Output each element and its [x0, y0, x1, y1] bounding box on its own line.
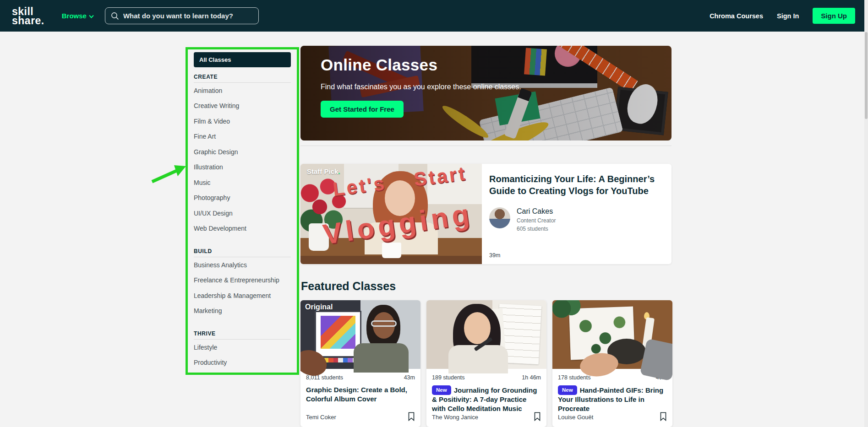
- hero-subtitle: Find what fascinates you as you explore …: [321, 83, 521, 91]
- hero-content: Online Classes Find what fascinates you …: [321, 56, 521, 118]
- sidebar-item-leadership-management[interactable]: Leadership & Management: [194, 288, 291, 303]
- bookmark-icon: [660, 412, 667, 421]
- class-card-hand-painted-gifs[interactable]: 178 students 40m NewHand-Painted GIFs: B…: [552, 300, 672, 427]
- search-icon: [111, 12, 119, 20]
- create-list: Animation Creative Writing Film & Video …: [194, 83, 291, 236]
- thrive-list: Lifestyle Productivity: [194, 340, 291, 370]
- logo-line-bottom: share.: [12, 16, 44, 25]
- search-box[interactable]: [105, 7, 259, 24]
- bookmark-button[interactable]: [408, 412, 415, 422]
- bookmark-icon: [408, 412, 415, 421]
- featured-classes-heading: Featured Classes: [301, 280, 396, 293]
- author-avatar[interactable]: [489, 207, 510, 228]
- thumb-person-shirt: [354, 343, 409, 373]
- bookmark-button[interactable]: [660, 412, 667, 422]
- sidebar-item-freelance-entrepreneurship[interactable]: Freelance & Entrepreneurship: [194, 273, 291, 288]
- sidebar-item-music[interactable]: Music: [194, 175, 291, 190]
- card-duration: 1h 46m: [522, 374, 541, 381]
- section-divider: [300, 146, 671, 146]
- hero-banner: Online Classes Find what fascinates you …: [300, 46, 671, 141]
- thumb-mug: [382, 243, 401, 258]
- sidebar-item-all-classes[interactable]: All Classes: [194, 52, 291, 67]
- topbar-right-nav: Chroma Courses Sign In Sign Up: [710, 8, 868, 24]
- green-annotation-box: All Classes CREATE Animation Creative Wr…: [186, 47, 299, 375]
- class-thumbnail[interactable]: Original: [300, 300, 420, 369]
- sign-up-button[interactable]: Sign Up: [813, 8, 855, 24]
- sidebar-item-business-analytics[interactable]: Business Analytics: [194, 257, 291, 273]
- chroma-courses-link[interactable]: Chroma Courses: [710, 12, 763, 20]
- sidebar-item-film-video[interactable]: Film & Video: [194, 114, 291, 129]
- sidebar-item-illustration[interactable]: Illustration: [194, 160, 291, 175]
- class-duration: 39m: [489, 252, 500, 259]
- card-author[interactable]: Louise Gouët: [558, 414, 593, 421]
- new-badge: New: [432, 385, 451, 395]
- card-author[interactable]: The Wong Janice: [432, 414, 478, 421]
- sidebar-item-web-development[interactable]: Web Development: [194, 221, 291, 237]
- bookmark-button[interactable]: [534, 412, 541, 422]
- staff-pick-video-thumbnail[interactable]: Let's Start Vlogging Staff Pick.: [300, 164, 482, 264]
- class-thumbnail[interactable]: [552, 300, 672, 369]
- sidebar-item-creative-writing[interactable]: Creative Writing: [194, 98, 291, 114]
- top-navigation-bar: skill share. Browse Chroma Courses Sign …: [0, 0, 868, 32]
- staff-pick-author-block: Cari Cakes Content Creator 605 students: [489, 207, 661, 232]
- card-title[interactable]: NewHand-Painted GIFs: Bring Your Illustr…: [552, 381, 672, 413]
- hero-title: Online Classes: [321, 56, 521, 74]
- class-card-graphic-design[interactable]: Original 8,011 students 43m Graphic Desi…: [300, 300, 420, 427]
- sidebar-section-build: BUILD: [194, 248, 291, 257]
- card-title[interactable]: Graphic Design: Create a Bold, Colorful …: [300, 381, 420, 404]
- author-text-block: Cari Cakes Content Creator 605 students: [517, 207, 556, 232]
- bookmark-icon: [534, 412, 541, 421]
- sidebar-item-animation[interactable]: Animation: [194, 83, 291, 98]
- author-students-count: 605 students: [517, 226, 556, 232]
- page-main: All Classes CREATE Animation Creative Wr…: [0, 32, 868, 427]
- all-classes-label: All Classes: [199, 56, 231, 63]
- card-title[interactable]: NewJournaling for Grounding & Positivity…: [426, 381, 546, 413]
- card-footer: The Wong Janice: [426, 412, 546, 422]
- thumb-plant: [552, 300, 581, 321]
- sidebar-item-lifestyle[interactable]: Lifestyle: [194, 340, 291, 355]
- thumb-person-glasses: [371, 320, 397, 327]
- staff-pick-card: Let's Start Vlogging Staff Pick. Romanti…: [300, 164, 671, 264]
- card-students-count: 178 students: [558, 374, 591, 381]
- get-started-button[interactable]: Get Started for Free: [321, 101, 404, 118]
- class-card-journaling[interactable]: 189 students 1h 46m NewJournaling for Gr…: [426, 300, 546, 427]
- sign-in-link[interactable]: Sign In: [777, 12, 799, 20]
- sidebar-item-ui-ux-design[interactable]: UI/UX Design: [194, 205, 291, 221]
- card-title-text: Graphic Design: Create a Bold, Colorful …: [306, 386, 407, 403]
- thumb-album-art: [321, 316, 355, 349]
- author-role: Content Creator: [517, 217, 556, 224]
- sidebar-section-create: CREATE: [194, 74, 291, 83]
- scrollbar-thumb[interactable]: [865, 32, 868, 119]
- sidebar-item-productivity[interactable]: Productivity: [194, 355, 291, 371]
- card-footer: Temi Coker: [300, 412, 420, 422]
- staff-pick-info: Romanticizing Your Life: A Beginner’s Gu…: [482, 164, 671, 264]
- card-duration: 43m: [404, 374, 415, 381]
- class-thumbnail[interactable]: [426, 300, 546, 369]
- card-author[interactable]: Temi Coker: [306, 414, 336, 421]
- sidebar-item-graphic-design[interactable]: Graphic Design: [194, 144, 291, 160]
- featured-cards-row: Original 8,011 students 43m Graphic Desi…: [300, 300, 672, 427]
- sidebar-item-photography[interactable]: Photography: [194, 190, 291, 206]
- card-footer: Louise Gouët: [552, 412, 672, 422]
- original-badge: Original: [305, 303, 333, 311]
- search-input[interactable]: [123, 12, 253, 20]
- category-sidebar: All Classes CREATE Animation Creative Wr…: [188, 49, 297, 373]
- new-badge: New: [558, 385, 577, 395]
- author-name[interactable]: Cari Cakes: [517, 207, 556, 216]
- card-students-count: 189 students: [432, 374, 465, 381]
- staff-pick-title[interactable]: Romanticizing Your Life: A Beginner’s Gu…: [489, 173, 661, 197]
- chevron-down-icon: [89, 15, 94, 18]
- sidebar-item-fine-art[interactable]: Fine Art: [194, 129, 291, 145]
- staff-pick-badge-text: Staff Pick: [307, 168, 338, 175]
- scrollbar[interactable]: [864, 0, 868, 427]
- browse-label: Browse: [62, 12, 87, 20]
- staff-pick-badge: Staff Pick.: [307, 168, 340, 175]
- browse-menu-button[interactable]: Browse: [62, 12, 94, 20]
- skillshare-logo[interactable]: skill share.: [12, 7, 44, 25]
- sidebar-item-marketing[interactable]: Marketing: [194, 303, 291, 319]
- sidebar-section-thrive: THRIVE: [194, 330, 291, 340]
- annotation-arrow: [146, 158, 191, 187]
- build-list: Business Analytics Freelance & Entrepren…: [194, 257, 291, 319]
- staff-pick-badge-dot: .: [338, 168, 340, 175]
